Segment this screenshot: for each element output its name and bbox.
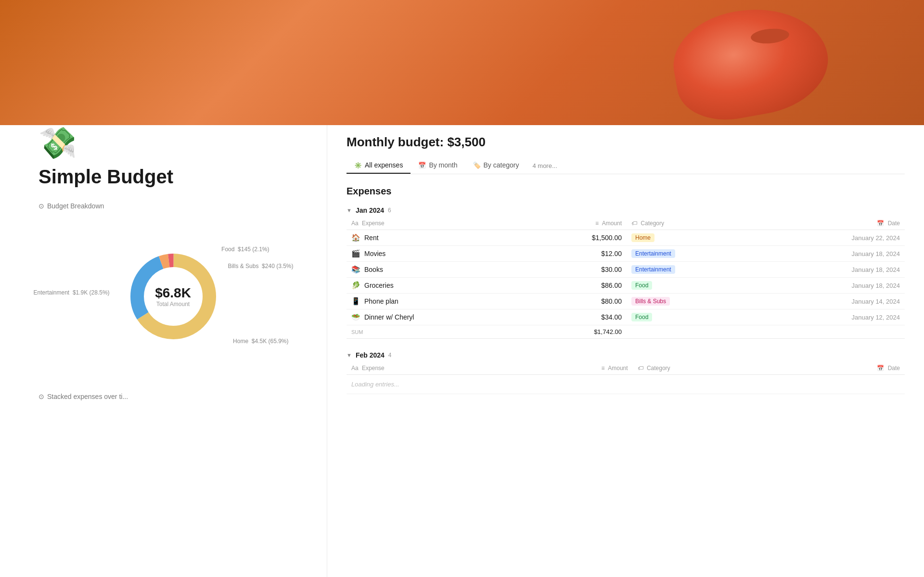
expense-col-icon-feb: Aa — [351, 365, 359, 372]
month-group-jan: ▼ Jan 2024 6 Aa Expense ≡ Amount — [346, 204, 905, 339]
table-row: 📚 Books $30.00 Entertainment January 18,… — [346, 262, 905, 278]
expense-amount-groceries: $86.00 — [527, 278, 627, 294]
stacked-section: ⊙ Stacked expenses over ti... — [38, 393, 308, 400]
tab-by-month[interactable]: 📅 By month — [411, 157, 465, 174]
category-badge-books: Entertainment — [631, 265, 675, 274]
expense-name-groceries: 🥬 Groceries — [346, 278, 527, 294]
expense-name-rent: 🏠 Rent — [346, 230, 527, 246]
right-panel: Monthly budget: $3,500 ✳️ All expenses 📅… — [327, 125, 924, 577]
expense-amount-movies: $12.00 — [527, 246, 627, 262]
chart-labels-wrapper: Food $145 (2.1%) Bills & Subs $240 (3.5%… — [29, 219, 318, 373]
legend-entertainment: Entertainment $1.9K (28.5%) — [34, 289, 110, 296]
amount-col-icon: ≡ — [595, 220, 599, 227]
month-group-feb: ▼ Feb 2024 4 Aa Expense ≡ Amount — [346, 348, 905, 394]
sum-row-jan: SUM $1,742.00 — [346, 325, 905, 339]
col-amount: ≡ Amount — [527, 217, 627, 230]
category-col-icon-feb: 🏷 — [638, 365, 643, 372]
expense-name-movies: 🎬 Movies — [346, 246, 527, 262]
col-expense: Aa Expense — [346, 217, 527, 230]
tab-month-icon: 📅 — [418, 162, 426, 169]
table-row: Loading entries... — [346, 375, 905, 394]
tab-category-icon: 🏷️ — [473, 162, 481, 169]
sum-amount-jan: $1,742.00 — [527, 325, 627, 339]
chevron-jan: ▼ — [346, 207, 352, 213]
tab-by-category[interactable]: 🏷️ By category — [465, 157, 527, 174]
category-badge-phone: Bills & Subs — [631, 297, 670, 306]
expense-table-jan: Aa Expense ≡ Amount 🏷 Category 📅 — [346, 217, 905, 339]
expense-amount-phone: $80.00 — [527, 294, 627, 309]
month-jan-count: 6 — [388, 207, 391, 214]
expense-table-feb: Aa Expense ≡ Amount 🏷 Category 📅 — [346, 362, 905, 394]
budget-breakdown-label[interactable]: ⊙ Budget Breakdown — [38, 202, 308, 210]
expense-date-phone: January 14, 2024 — [760, 294, 905, 309]
legend-bills: Bills & Subs $240 (3.5%) — [228, 263, 293, 269]
donut-total-label: Total Amount — [155, 301, 191, 308]
date-col-icon: 📅 — [877, 220, 884, 227]
expense-col-icon: Aa — [351, 220, 359, 227]
chevron-feb: ▼ — [346, 352, 352, 358]
category-badge-dinner: Food — [631, 313, 652, 321]
col-amount-feb: ≡ Amount — [501, 362, 632, 375]
month-feb-count: 4 — [388, 352, 392, 359]
clock-icon: ⊙ — [38, 202, 44, 210]
expense-date-books: January 18, 2024 — [760, 262, 905, 278]
month-header-jan[interactable]: ▼ Jan 2024 6 — [346, 204, 905, 217]
expense-category-groceries: Food — [627, 278, 760, 294]
tabs-row: ✳️ All expenses 📅 By month 🏷️ By categor… — [346, 157, 905, 174]
expense-category-phone: Bills & Subs — [627, 294, 760, 309]
expense-date-movies: January 18, 2024 — [760, 246, 905, 262]
hero-image — [0, 0, 924, 125]
tab-more-label: 4 more... — [532, 162, 557, 169]
expenses-heading: Expenses — [346, 186, 905, 197]
donut-chart: $6.8K Total Amount — [125, 248, 221, 345]
month-header-feb[interactable]: ▼ Feb 2024 4 — [346, 348, 905, 362]
amount-col-icon-feb: ≡ — [602, 365, 605, 372]
expense-date-groceries: January 18, 2024 — [760, 278, 905, 294]
tab-all-icon: ✳️ — [354, 162, 362, 169]
donut-total-amount: $6.8K — [155, 285, 191, 301]
expense-name-books: 📚 Books — [346, 262, 527, 278]
expense-name-dinner: 🥗 Dinner w/ Cheryl — [346, 309, 527, 325]
tab-month-label: By month — [429, 161, 457, 169]
expense-amount-rent: $1,500.00 — [527, 230, 627, 246]
date-col-icon-feb: 📅 — [877, 365, 884, 372]
sum-label-jan: SUM — [346, 325, 527, 339]
expense-category-movies: Entertainment — [627, 246, 760, 262]
table-row: 🥗 Dinner w/ Cheryl $34.00 Food January 1… — [346, 309, 905, 325]
month-feb-label: Feb 2024 — [356, 351, 385, 359]
col-expense-feb: Aa Expense — [346, 362, 501, 375]
category-badge-movies: Entertainment — [631, 249, 675, 258]
legend-food: Food $145 (2.1%) — [221, 246, 269, 253]
clock-icon-2: ⊙ — [38, 393, 44, 400]
page-emoji: 💸 — [38, 125, 308, 161]
monthly-budget-title: Monthly budget: $3,500 — [346, 135, 905, 150]
legend-home: Home $4.5K (65.9%) — [233, 338, 288, 345]
left-panel: 💸 Simple Budget ⊙ Budget Breakdown Food … — [0, 125, 327, 577]
table-row: 🥬 Groceries $86.00 Food January 18, 2024 — [346, 278, 905, 294]
tab-all-label: All expenses — [365, 161, 403, 169]
expense-date-rent: January 22, 2024 — [760, 230, 905, 246]
expense-category-dinner: Food — [627, 309, 760, 325]
category-col-icon: 🏷 — [631, 220, 637, 227]
tab-category-label: By category — [484, 161, 519, 169]
expense-date-dinner: January 12, 2024 — [760, 309, 905, 325]
col-date: 📅 Date — [760, 217, 905, 230]
expense-amount-dinner: $34.00 — [527, 309, 627, 325]
month-jan-label: Jan 2024 — [356, 206, 384, 214]
category-badge-rent: Home — [631, 233, 654, 242]
col-date-feb: 📅 Date — [786, 362, 905, 375]
expense-amount-books: $30.00 — [527, 262, 627, 278]
stacked-label[interactable]: ⊙ Stacked expenses over ti... — [38, 393, 308, 400]
table-row: 🏠 Rent $1,500.00 Home January 22, 2024 — [346, 230, 905, 246]
expense-name-phone: 📱 Phone plan — [346, 294, 527, 309]
category-badge-groceries: Food — [631, 281, 652, 290]
budget-chart: Food $145 (2.1%) Bills & Subs $240 (3.5%… — [38, 219, 308, 373]
donut-center: $6.8K Total Amount — [155, 285, 191, 308]
table-row: 🎬 Movies $12.00 Entertainment January 18… — [346, 246, 905, 262]
tab-all-expenses[interactable]: ✳️ All expenses — [346, 157, 411, 174]
table-row: 📱 Phone plan $80.00 Bills & Subs January… — [346, 294, 905, 309]
tab-more[interactable]: 4 more... — [526, 158, 563, 173]
expense-category-rent: Home — [627, 230, 760, 246]
expense-category-books: Entertainment — [627, 262, 760, 278]
col-category: 🏷 Category — [627, 217, 760, 230]
